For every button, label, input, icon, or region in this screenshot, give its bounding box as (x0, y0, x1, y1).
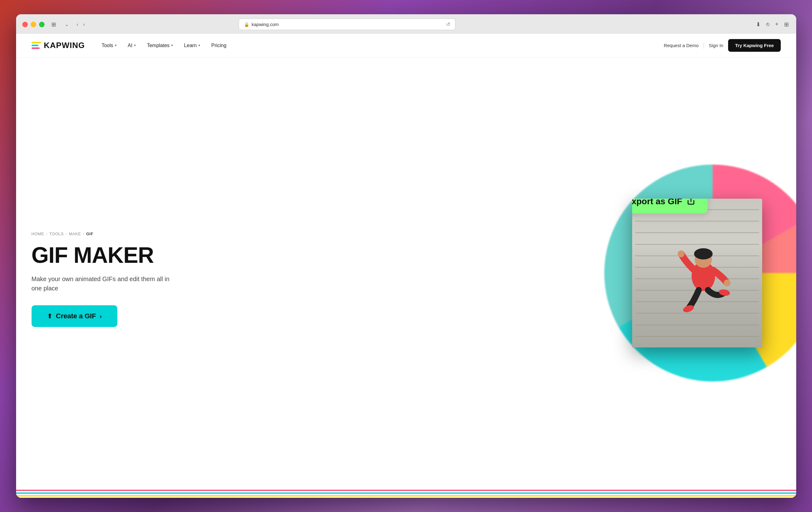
nav-right: Request a Demo Sign In Try Kapwing Free (664, 39, 780, 52)
traffic-lights (22, 22, 45, 27)
try-free-button[interactable]: Try Kapwing Free (728, 39, 780, 52)
svg-point-2 (694, 248, 713, 260)
chevron-down-icon: ▾ (115, 44, 117, 47)
hero-right: Export as GIF (561, 58, 796, 488)
breadcrumb-make: MAKE (69, 232, 81, 236)
logo-stripe-yellow (32, 42, 41, 44)
address-bar[interactable]: 🔒 ↺ (239, 19, 455, 30)
reload-button[interactable]: ↺ (446, 21, 450, 27)
back-button[interactable]: ‹ (75, 21, 80, 28)
chevron-down-icon[interactable]: ⌄ (63, 20, 70, 28)
breadcrumb-current: GIF (86, 232, 93, 236)
nav-learn-label: Learn (184, 43, 197, 48)
grid-view-button[interactable]: ⊞ (783, 20, 790, 29)
chevron-down-icon: ▾ (198, 44, 200, 47)
create-gif-button[interactable]: ⬆ Create a GIF › (32, 305, 117, 327)
logo-stripe-pink (32, 47, 40, 49)
breadcrumb-tools: TOOLS (49, 232, 63, 236)
nav-templates-label: Templates (147, 43, 170, 48)
breadcrumb-sep-1: › (46, 232, 48, 236)
logo-link[interactable]: KAPWING (32, 41, 85, 50)
hero-subtitle: Make your own animated GIFs and edit the… (32, 274, 180, 293)
website-content: KAPWING Tools ▾ AI ▾ Templates ▾ Learn ▾ (16, 33, 796, 498)
nav-pricing[interactable]: Pricing (207, 40, 231, 51)
nav-divider (704, 43, 704, 49)
svg-point-4 (724, 279, 731, 286)
browser-window: ⊞ ⌄ ‹ › 🔒 ↺ ⬇ ⎋ + ⊞ K (16, 14, 796, 498)
breadcrumb: HOME › TOOLS › MAKE › GIF (32, 232, 211, 236)
new-tab-button[interactable]: + (774, 20, 780, 29)
traffic-light-yellow[interactable] (31, 22, 36, 27)
breadcrumb-sep-2: › (66, 232, 67, 236)
share-button[interactable]: ⎋ (765, 20, 771, 29)
bottom-decorative-lines (16, 488, 796, 498)
breadcrumb-home: HOME (32, 232, 44, 236)
svg-point-3 (678, 250, 685, 257)
logo-stripe-teal (32, 45, 38, 46)
nav-ai[interactable]: AI ▾ (123, 40, 140, 51)
logo-icon (32, 42, 41, 49)
nav-templates[interactable]: Templates ▾ (143, 40, 177, 51)
deco-line-teal (16, 492, 796, 494)
logo-text: KAPWING (44, 41, 85, 50)
hero-section: HOME › TOOLS › MAKE › GIF GIF MAKER Make… (16, 58, 796, 488)
nav-tools[interactable]: Tools ▾ (97, 40, 121, 51)
arrow-right-icon: › (100, 313, 102, 320)
export-gif-label: Export as GIF (632, 199, 682, 207)
nav-links: Tools ▾ AI ▾ Templates ▾ Learn ▾ Pricing (97, 40, 651, 51)
breadcrumb-sep-3: › (83, 232, 84, 236)
hero-image-card: Export as GIF (632, 199, 762, 347)
sidebar-toggle-button[interactable]: ⊞ (49, 20, 59, 29)
create-gif-label: Create a GIF (56, 312, 96, 320)
hero-left: HOME › TOOLS › MAKE › GIF GIF MAKER Make… (32, 232, 211, 327)
export-gif-button[interactable]: Export as GIF (632, 199, 708, 214)
hero-image-inner: Export as GIF (632, 199, 762, 347)
forward-button[interactable]: › (81, 21, 87, 28)
page-title: GIF MAKER (32, 244, 211, 267)
deco-line-yellow (16, 495, 796, 496)
nav-ai-label: AI (128, 43, 133, 48)
lock-icon: 🔒 (244, 22, 249, 27)
nav-controls: ‹ › (75, 21, 87, 28)
url-input[interactable] (252, 22, 444, 27)
traffic-light-green[interactable] (39, 22, 45, 27)
chevron-down-icon: ▾ (171, 44, 173, 47)
traffic-light-red[interactable] (22, 22, 28, 27)
deco-line-pink (16, 490, 796, 491)
nav-learn[interactable]: Learn ▾ (180, 40, 205, 51)
browser-chrome: ⊞ ⌄ ‹ › 🔒 ↺ ⬇ ⎋ + ⊞ (16, 14, 796, 33)
request-demo-link[interactable]: Request a Demo (664, 43, 699, 48)
sign-in-link[interactable]: Sign In (709, 43, 723, 48)
browser-actions: ⬇ ⎋ + ⊞ (755, 20, 790, 29)
person-jumping-figure (672, 242, 734, 329)
download-button[interactable]: ⬇ (755, 20, 762, 29)
upload-icon: ⬆ (47, 313, 52, 320)
share-icon (687, 199, 695, 207)
nav-tools-label: Tools (102, 43, 113, 48)
main-nav: KAPWING Tools ▾ AI ▾ Templates ▾ Learn ▾ (16, 33, 796, 58)
chevron-down-icon: ▾ (134, 44, 136, 47)
